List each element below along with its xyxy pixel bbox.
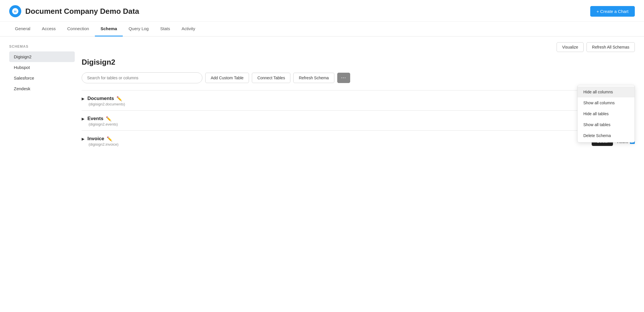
- table-subtitle-documents: (digisign2.documents): [89, 102, 125, 106]
- dropdown-item-show-all-columns[interactable]: Show all columns: [578, 97, 635, 108]
- sidebar-item-hubspot[interactable]: Hubspot: [9, 62, 75, 73]
- dropdown-item-hide-all-tables[interactable]: Hide all tables: [578, 108, 635, 119]
- tab-query-log[interactable]: Query Log: [123, 22, 154, 36]
- edit-icon-events[interactable]: ✏️: [106, 116, 112, 122]
- table-subtitle-events: (digisign2.events): [89, 122, 118, 126]
- create-chart-button[interactable]: + Create a Chart: [590, 6, 635, 17]
- refresh-schema-button[interactable]: Refresh Schema: [293, 73, 334, 83]
- dropdown-menu: Hide all columns Show all columns Hide a…: [577, 85, 635, 142]
- tab-connection[interactable]: Connection: [62, 22, 95, 36]
- content: Visualize Refresh All Schemas Digisign2 …: [75, 36, 644, 312]
- main-layout: SCHEMAS Digisign2 Hubspot Salesforce Zen…: [0, 36, 644, 312]
- table-row-invoice: ▶ Invoice ✏️ (digisign2.invoice) Delete …: [82, 130, 635, 151]
- table-row-events: ▶ Events ✏️ (digisign2.events): [82, 110, 635, 130]
- connect-tables-button[interactable]: Connect Tables: [252, 73, 290, 83]
- visualize-button[interactable]: Visualize: [557, 42, 584, 52]
- table-arrow-invoice[interactable]: ▶: [82, 137, 85, 141]
- logo-icon: [9, 5, 21, 17]
- edit-icon-invoice[interactable]: ✏️: [107, 136, 112, 142]
- dropdown-item-hide-all-columns[interactable]: Hide all columns: [578, 86, 635, 97]
- table-name-invoice: Invoice: [87, 136, 104, 142]
- edit-icon-documents[interactable]: ✏️: [116, 96, 122, 101]
- dropdown-item-show-all-tables[interactable]: Show all tables: [578, 119, 635, 130]
- sidebar-item-zendesk[interactable]: Zendesk: [9, 83, 75, 94]
- more-options-button[interactable]: ···: [337, 73, 350, 83]
- sidebar-item-digisign2[interactable]: Digisign2: [9, 51, 75, 62]
- tab-access[interactable]: Access: [36, 22, 61, 36]
- search-input[interactable]: [82, 72, 202, 83]
- tab-stats[interactable]: Stats: [154, 22, 176, 36]
- table-name-documents: Documents: [87, 96, 114, 101]
- tab-general[interactable]: General: [9, 22, 36, 36]
- header-left: Document Company Demo Data: [9, 5, 139, 17]
- tab-schema[interactable]: Schema: [95, 22, 123, 36]
- table-arrow-events[interactable]: ▶: [82, 117, 85, 121]
- table-arrow-documents[interactable]: ▶: [82, 97, 85, 101]
- schema-title: Digisign2: [82, 58, 635, 67]
- tables-list: ▶ Documents ✏️ (digisign2.documents) ▶ E…: [82, 90, 635, 151]
- table-subtitle-invoice: (digisign2.invoice): [89, 142, 118, 147]
- dropdown-item-delete-schema[interactable]: Delete Schema: [578, 130, 635, 141]
- app-title: Document Company Demo Data: [25, 7, 139, 16]
- table-name-events: Events: [87, 116, 103, 122]
- sidebar-item-salesforce[interactable]: Salesforce: [9, 73, 75, 83]
- content-toolbar: Visualize Refresh All Schemas: [82, 42, 635, 52]
- header: Document Company Demo Data + Create a Ch…: [0, 0, 644, 22]
- nav-tabs: General Access Connection Schema Query L…: [0, 22, 644, 36]
- refresh-all-schemas-button[interactable]: Refresh All Schemas: [586, 42, 635, 52]
- sidebar-section-label: SCHEMAS: [9, 45, 75, 49]
- sidebar: SCHEMAS Digisign2 Hubspot Salesforce Zen…: [0, 36, 75, 312]
- tab-activity[interactable]: Activity: [176, 22, 201, 36]
- table-row-documents: ▶ Documents ✏️ (digisign2.documents): [82, 90, 635, 110]
- action-bar: Add Custom Table Connect Tables Refresh …: [82, 72, 635, 83]
- add-custom-table-button[interactable]: Add Custom Table: [205, 73, 249, 83]
